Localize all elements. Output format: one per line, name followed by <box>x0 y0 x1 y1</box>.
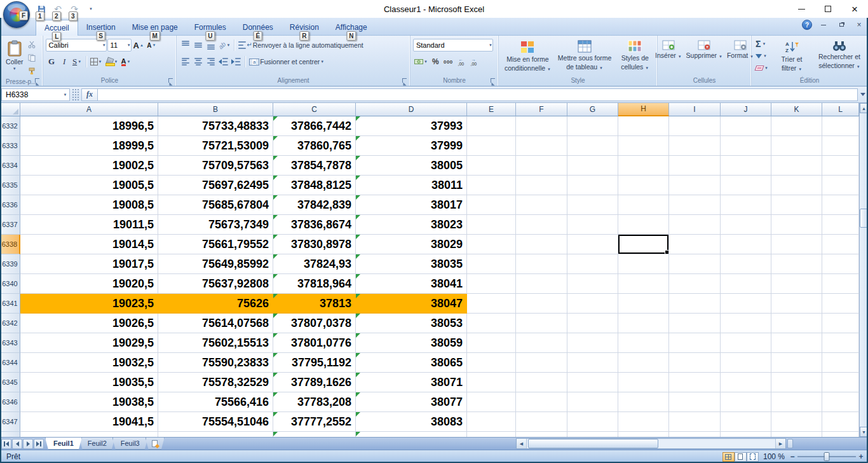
format-painter-button[interactable] <box>26 65 38 78</box>
first-sheet-button[interactable] <box>1 439 11 449</box>
cell-G6343[interactable] <box>567 333 618 353</box>
sheet-tab-feuil3[interactable]: Feuil3 <box>112 438 148 450</box>
cell-K6339[interactable] <box>771 254 822 274</box>
previous-sheet-button[interactable] <box>12 439 22 449</box>
cell-G6336[interactable] <box>567 195 618 215</box>
page-break-view-button[interactable] <box>747 452 759 462</box>
cell-J6340[interactable] <box>721 274 771 294</box>
cell-K6341[interactable] <box>771 294 822 314</box>
cell-K6334[interactable] <box>771 156 822 176</box>
cell-J6337[interactable] <box>721 215 771 235</box>
formula-input[interactable] <box>98 88 858 101</box>
cell-F6339[interactable] <box>516 254 567 274</box>
fill-button[interactable]: ▼ <box>754 50 770 62</box>
ribbon-tab-données[interactable]: DonnéesÉ <box>234 20 281 35</box>
font-color-button[interactable]: A▼ <box>119 55 132 68</box>
cell-D6344[interactable]: 38065 <box>356 353 467 373</box>
accounting-format-button[interactable]: ▼ <box>413 55 429 68</box>
cell-F6346[interactable] <box>516 392 567 412</box>
align-left-button[interactable] <box>179 55 191 68</box>
cell-F6332[interactable] <box>516 116 567 136</box>
cell-C6336[interactable]: 37842,839 <box>273 195 356 215</box>
cell-B6340[interactable]: 75637,92808 <box>158 274 273 294</box>
insert-sheet-tab[interactable] <box>146 438 165 450</box>
cell-H6335[interactable] <box>618 176 669 195</box>
row-header-6339[interactable]: 6339 <box>0 254 20 274</box>
fill-color-button[interactable]: ▼ <box>104 55 119 68</box>
font-dialog-launcher[interactable] <box>168 78 175 85</box>
insert-cells-button[interactable]: Insérer ▼ <box>654 38 683 76</box>
conditional-formatting-button[interactable]: Mise en forme conditionnelle ▼ <box>501 38 554 76</box>
delete-cells-button[interactable]: Supprimer ▼ <box>685 38 724 76</box>
orientation-button[interactable]: ab▼ <box>217 39 231 52</box>
cell-D6335[interactable]: 38011 <box>356 176 467 195</box>
cell-A6332[interactable]: 18996,5 <box>20 116 158 136</box>
cell-B6336[interactable]: 75685,67804 <box>158 195 273 215</box>
ribbon-tab-révision[interactable]: RévisionR <box>281 20 327 35</box>
cell-C6340[interactable]: 37818,964 <box>273 274 356 294</box>
cut-button[interactable] <box>26 38 38 51</box>
row-header-6338[interactable]: 6338 <box>0 235 20 254</box>
cell-A6344[interactable]: 19032,5 <box>20 353 158 373</box>
cell-L6342[interactable] <box>822 314 859 333</box>
cell-A6347[interactable]: 19041,5 <box>20 412 158 432</box>
cell-A6338[interactable]: 19014,5 <box>20 235 158 254</box>
cell-I6340[interactable] <box>669 274 721 294</box>
last-sheet-button[interactable] <box>34 439 44 449</box>
cell-K6335[interactable] <box>771 176 822 195</box>
cell-G6341[interactable] <box>567 294 618 314</box>
ribbon-tab-formules[interactable]: FormulesU <box>186 20 234 35</box>
workbook-close-button[interactable]: × <box>853 20 865 30</box>
cell-G6334[interactable] <box>567 156 618 176</box>
italic-button[interactable]: I <box>58 55 71 68</box>
cell-E6338[interactable] <box>467 235 516 254</box>
cell-L6339[interactable] <box>822 254 859 274</box>
cell-K6345[interactable] <box>771 373 822 392</box>
cell-H6337[interactable] <box>618 215 669 235</box>
cell-B6332[interactable]: 75733,48833 <box>158 116 273 136</box>
cell-F6341[interactable] <box>516 294 567 314</box>
copy-button[interactable] <box>26 52 38 64</box>
column-header-F[interactable]: F <box>516 103 567 116</box>
cell-C6347[interactable]: 37777,2552 <box>273 412 356 432</box>
cell-L6333[interactable] <box>822 136 859 156</box>
horizontal-scroll-track[interactable] <box>527 439 775 448</box>
cell-E6334[interactable] <box>467 156 516 176</box>
cell-E6346[interactable] <box>467 392 516 412</box>
row-header-6333[interactable]: 6333 <box>0 136 20 156</box>
cell-E6336[interactable] <box>467 195 516 215</box>
decrease-decimal-button[interactable]: →,00 <box>468 55 480 68</box>
column-header-K[interactable]: K <box>771 103 822 116</box>
bold-button[interactable]: G <box>46 55 58 68</box>
cell-L6347[interactable] <box>822 412 859 432</box>
row-header-6340[interactable]: 6340 <box>0 274 20 294</box>
cell-C6332[interactable]: 37866,7442 <box>273 116 356 136</box>
cell-L-partial[interactable] <box>822 432 859 437</box>
decrease-indent-button[interactable] <box>217 55 229 68</box>
cell-A6340[interactable]: 19020,5 <box>20 274 158 294</box>
column-header-G[interactable]: G <box>567 103 618 116</box>
formula-bar-grip[interactable] <box>72 89 79 100</box>
cell-F6336[interactable] <box>516 195 567 215</box>
cell-B6342[interactable]: 75614,07568 <box>158 314 273 333</box>
tab-split-handle[interactable] <box>787 439 793 448</box>
cell-J6333[interactable] <box>721 136 771 156</box>
cell-C6334[interactable]: 37854,7878 <box>273 156 356 176</box>
cell-H6336[interactable] <box>618 195 669 215</box>
page-layout-view-button[interactable] <box>735 452 747 462</box>
cell-G6332[interactable] <box>567 116 618 136</box>
number-dialog-launcher[interactable] <box>490 78 497 85</box>
cell-L6335[interactable] <box>822 176 859 195</box>
cell-C6342[interactable]: 37807,0378 <box>273 314 356 333</box>
row-header-6335[interactable]: 6335 <box>0 176 20 195</box>
cell-B6337[interactable]: 75673,7349 <box>158 215 273 235</box>
scroll-left-button[interactable]: ◀ <box>517 439 527 448</box>
undo-button[interactable]: ↶ 2 <box>52 3 64 15</box>
cell-K6337[interactable] <box>771 215 822 235</box>
cell-C6338[interactable]: 37830,8978 <box>273 235 356 254</box>
row-header-6345[interactable]: 6345 <box>0 373 20 392</box>
row-header-6332[interactable]: 6332 <box>0 116 20 136</box>
cell-I6334[interactable] <box>669 156 721 176</box>
cell-L6340[interactable] <box>822 274 859 294</box>
cell-D6332[interactable]: 37993 <box>356 116 467 136</box>
